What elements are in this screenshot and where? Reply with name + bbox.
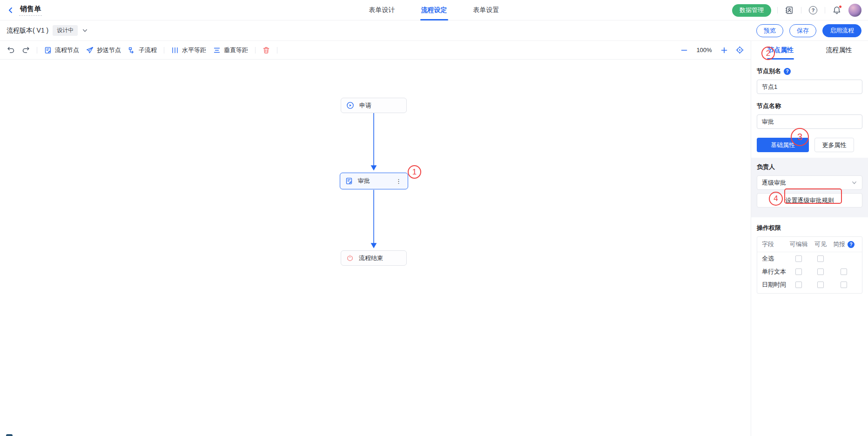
permissions-title: 操作权限 [757, 224, 862, 232]
contacts-icon[interactable] [784, 5, 795, 16]
delete-node-icon[interactable] [262, 47, 270, 54]
owner-select[interactable]: 逐级审批 [757, 175, 862, 190]
divider [825, 7, 825, 13]
vertical-distribute-label: 垂直等距 [224, 46, 248, 54]
tab-node-properties[interactable]: 节点属性 [751, 41, 810, 60]
permissions-header-row: 字段 可编辑 可见 简报 ? [757, 237, 862, 252]
zoom-out-icon[interactable] [680, 47, 688, 54]
node-alias-input[interactable] [757, 80, 862, 94]
divider [255, 47, 256, 54]
row-label: 日期时间 [762, 281, 787, 289]
zoom-in-icon[interactable] [720, 47, 728, 54]
tab-form-config[interactable]: 表单设置 [473, 0, 499, 20]
version-label: 流程版本( V1 ) [7, 27, 48, 35]
owner-label: 负责人 [757, 163, 775, 171]
vertical-distribute-button[interactable]: 垂直等距 [213, 46, 248, 54]
row-label: 全选 [762, 255, 787, 263]
flow-node-start[interactable]: 申请 [341, 98, 407, 113]
alias-help-icon[interactable]: ? [784, 68, 791, 75]
col-brief-header: 简报 [833, 240, 845, 248]
approve-doc-icon [345, 177, 353, 185]
checkbox-select-all-editable[interactable] [795, 255, 802, 262]
back-icon[interactable] [7, 7, 14, 13]
node-label: 申请 [359, 101, 371, 110]
data-manage-button[interactable]: 数据管理 [732, 4, 771, 17]
add-cc-node-button[interactable]: 抄送节点 [86, 46, 121, 54]
checkbox-datetime-brief[interactable] [841, 282, 847, 288]
horizontal-distribute-label: 水平等距 [182, 46, 206, 54]
cc-node-icon [86, 47, 94, 54]
annotation-highlight-box [784, 188, 842, 204]
annotation-circle-3: 3 [791, 128, 809, 146]
flow-node-label: 流程节点 [55, 46, 79, 54]
chevron-down-icon [82, 27, 88, 34]
divider [164, 47, 164, 54]
enable-flow-button[interactable]: 启用流程 [822, 24, 861, 37]
node-menu-icon[interactable]: ⋮ [395, 177, 403, 185]
flow-connectors [0, 60, 751, 436]
vertical-distribute-icon [213, 47, 221, 54]
properties-panel: 节点属性 流程属性 节点别名 ? 节点名称 基础属性 更多属性 负责人 逐级审批 [751, 41, 868, 436]
help-icon[interactable]: ? [807, 5, 819, 16]
redo-icon[interactable] [22, 46, 30, 54]
undo-icon[interactable] [7, 46, 15, 54]
brief-help-icon[interactable]: ? [848, 241, 855, 248]
notification-bell-icon[interactable] [831, 5, 842, 16]
flow-node-icon [44, 47, 52, 54]
zoom-level: 100% [696, 47, 713, 54]
flow-node-approve[interactable]: 审批 ⋮ [340, 173, 408, 189]
annotation-circle-1: 1 [408, 165, 421, 179]
status-badge: 设计中 [53, 25, 78, 36]
divider [37, 47, 37, 54]
checkbox-text-brief[interactable] [841, 268, 847, 275]
checkbox-select-all-visible[interactable] [817, 255, 824, 262]
save-button[interactable]: 保存 [789, 24, 816, 37]
horizontal-distribute-button[interactable]: 水平等距 [171, 46, 206, 54]
row-label: 单行文本 [762, 268, 787, 276]
table-row: 全选 [757, 252, 862, 265]
col-visible-header: 可见 [811, 240, 830, 248]
annotation-circle-4: 4 [769, 192, 783, 206]
tab-flow-settings[interactable]: 流程设定 [421, 0, 447, 20]
version-selector[interactable]: 流程版本( V1 ) 设计中 [7, 25, 88, 36]
col-editable-header: 可编辑 [787, 240, 811, 248]
subflow-icon [128, 47, 135, 54]
chevron-down-icon [851, 180, 857, 186]
bottom-corner-widget[interactable] [6, 434, 13, 436]
annotation-circle-2: 2 [761, 47, 775, 60]
add-flow-node-button[interactable]: 流程节点 [44, 46, 79, 54]
col-field-header: 字段 [762, 240, 787, 248]
checkbox-text-editable[interactable] [795, 268, 802, 275]
add-subflow-button[interactable]: 子流程 [128, 46, 157, 54]
main-tabs: 表单设计 流程设定 表单设置 [369, 0, 499, 20]
table-row: 日期时间 [757, 278, 862, 291]
divider [801, 7, 801, 13]
divider [777, 7, 778, 13]
node-label: 审批 [358, 177, 370, 185]
avatar[interactable] [848, 4, 861, 17]
subflow-label: 子流程 [139, 46, 157, 54]
cc-node-label: 抄送节点 [97, 46, 121, 54]
table-row: 单行文本 [757, 265, 862, 278]
owner-select-value: 逐级审批 [762, 179, 786, 187]
checkbox-datetime-visible[interactable] [817, 282, 824, 288]
page-title[interactable]: 销售单 [19, 4, 42, 16]
flow-canvas[interactable]: 申请 审批 ⋮ 流程结束 [0, 60, 751, 436]
canvas-toolbar: 流程节点 抄送节点 子流程 水平等距 垂直等距 [0, 41, 751, 60]
node-name-input[interactable] [757, 114, 862, 129]
checkbox-datetime-editable[interactable] [795, 282, 802, 288]
node-name-label: 节点名称 [757, 102, 781, 110]
preview-button[interactable]: 预览 [756, 24, 783, 37]
locate-center-icon[interactable] [736, 46, 744, 54]
top-bar: 销售单 表单设计 流程设定 表单设置 数据管理 ? [0, 0, 868, 20]
checkbox-text-visible[interactable] [817, 268, 824, 275]
node-alias-label: 节点别名 [757, 67, 781, 75]
flow-node-end[interactable]: 流程结束 [341, 250, 407, 266]
version-bar: 流程版本( V1 ) 设计中 预览 保存 启用流程 [0, 20, 868, 41]
owner-section: 负责人 逐级审批 设置逐级审批规则 [751, 158, 868, 217]
divider [277, 47, 277, 54]
node-label: 流程结束 [359, 254, 383, 262]
tab-form-design[interactable]: 表单设计 [369, 0, 395, 20]
more-properties-button[interactable]: 更多属性 [814, 138, 854, 152]
tab-flow-properties[interactable]: 流程属性 [810, 41, 868, 60]
